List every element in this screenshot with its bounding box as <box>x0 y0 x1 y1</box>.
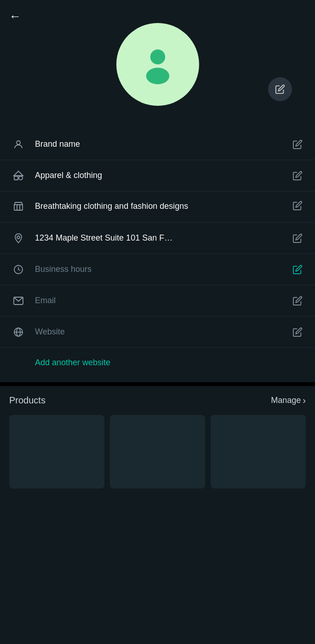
product-card[interactable] <box>110 415 205 489</box>
description-text: Breathtaking clothing and fashion design… <box>35 201 289 212</box>
manage-label: Manage <box>271 396 301 405</box>
brand-name-text: Brand name <box>35 138 289 150</box>
svg-point-0 <box>150 50 165 64</box>
product-card[interactable] <box>211 415 306 489</box>
business-hours-text: Business hours <box>35 264 289 275</box>
mail-icon <box>9 295 28 306</box>
add-another-website-button[interactable]: Add another website <box>35 358 110 368</box>
back-button[interactable]: ← <box>9 9 21 23</box>
category-text: Apparel & clothing <box>35 170 289 181</box>
svg-point-4 <box>19 176 23 180</box>
chevron-right-icon: › <box>303 395 306 406</box>
section-divider <box>0 382 315 386</box>
address-row: 1234 Maple Street Suite 101 San F… <box>0 223 315 254</box>
svg-rect-3 <box>14 176 18 180</box>
address-edit-button[interactable] <box>289 233 306 243</box>
svg-point-2 <box>17 141 20 144</box>
category-edit-button[interactable] <box>289 171 306 181</box>
description-edit-button[interactable] <box>289 201 306 211</box>
website-text: Website <box>35 326 289 338</box>
shapes-icon <box>9 170 28 181</box>
brand-name-row: Brand name <box>0 129 315 160</box>
products-title: Products <box>9 395 46 406</box>
person-icon <box>9 139 28 150</box>
products-section: Products Manage › <box>0 386 315 498</box>
website-edit-button[interactable] <box>289 327 306 337</box>
brand-name-edit-button[interactable] <box>289 139 306 150</box>
svg-marker-5 <box>14 171 23 176</box>
svg-point-8 <box>17 236 20 239</box>
add-website-row: Add another website <box>0 348 315 378</box>
avatar-person-icon <box>137 44 178 85</box>
category-row: Apparel & clothing <box>0 160 315 191</box>
address-text: 1234 Maple Street Suite 101 San F… <box>35 232 289 244</box>
products-header: Products Manage › <box>9 395 306 406</box>
clock-icon <box>9 264 28 275</box>
store-icon <box>9 201 28 212</box>
website-row: Website <box>0 316 315 348</box>
business-hours-edit-button[interactable] <box>289 264 306 275</box>
avatar <box>116 23 199 106</box>
info-section: Brand name Apparel & clothing Breathtaki… <box>0 124 315 382</box>
description-row: Breathtaking clothing and fashion design… <box>0 191 315 223</box>
manage-products-button[interactable]: Manage › <box>271 395 306 406</box>
avatar-section <box>9 9 306 106</box>
edit-avatar-button[interactable] <box>268 77 292 101</box>
header: ← <box>0 0 315 124</box>
location-icon <box>9 233 28 244</box>
edit-avatar-pencil-icon <box>275 84 285 94</box>
product-card[interactable] <box>9 415 104 489</box>
email-text: Email <box>35 295 289 306</box>
svg-point-1 <box>146 68 169 84</box>
email-edit-button[interactable] <box>289 296 306 306</box>
products-grid <box>9 415 306 489</box>
business-hours-row: Business hours <box>0 254 315 285</box>
globe-icon <box>9 327 28 338</box>
email-row: Email <box>0 285 315 316</box>
